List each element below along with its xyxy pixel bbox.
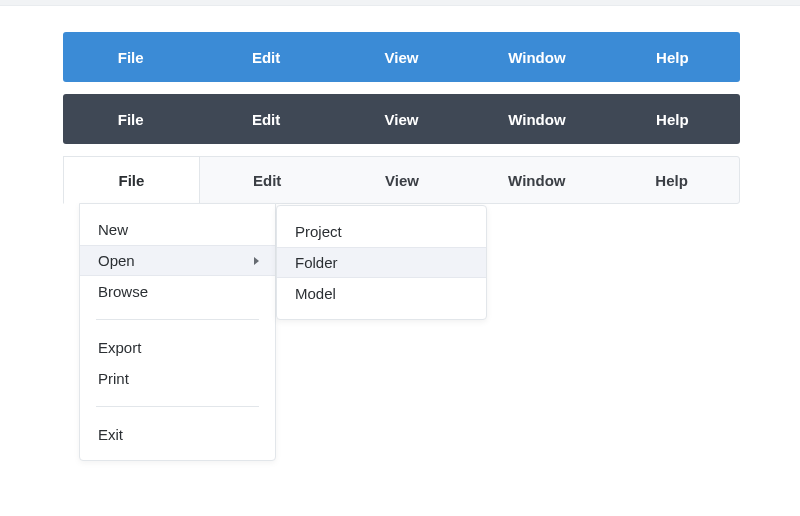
- open-submenu: Project Folder Model: [276, 205, 487, 320]
- open-submenu-project[interactable]: Project: [277, 216, 486, 247]
- file-dropdown-browse[interactable]: Browse: [80, 276, 275, 307]
- menubar-dark-help[interactable]: Help: [605, 94, 740, 144]
- open-submenu-folder[interactable]: Folder: [277, 247, 486, 278]
- menubar-light: File Edit View Window Help New Open Brow…: [63, 156, 740, 204]
- menubar-primary-window[interactable]: Window: [469, 32, 604, 82]
- file-dropdown: New Open Browse Export Print Exit: [79, 203, 276, 461]
- menubar-primary-edit[interactable]: Edit: [198, 32, 333, 82]
- file-dropdown-browse-label: Browse: [98, 283, 148, 300]
- file-dropdown-export[interactable]: Export: [80, 332, 275, 363]
- file-dropdown-open-label: Open: [98, 252, 135, 269]
- menubar-light-help[interactable]: Help: [604, 157, 739, 203]
- file-dropdown-print[interactable]: Print: [80, 363, 275, 394]
- menubar-dark-file[interactable]: File: [63, 94, 198, 144]
- file-dropdown-print-label: Print: [98, 370, 129, 387]
- chevron-right-icon: [254, 257, 259, 265]
- menubar-dark: File Edit View Window Help: [63, 94, 740, 144]
- menubar-primary-help[interactable]: Help: [605, 32, 740, 82]
- menubar-dark-edit[interactable]: Edit: [198, 94, 333, 144]
- file-dropdown-exit[interactable]: Exit: [80, 419, 275, 450]
- menubar-light-file[interactable]: File: [63, 156, 200, 204]
- menubar-light-window[interactable]: Window: [469, 157, 604, 203]
- file-dropdown-export-label: Export: [98, 339, 141, 356]
- open-submenu-model[interactable]: Model: [277, 278, 486, 309]
- demo-container: File Edit View Window Help File Edit Vie…: [0, 6, 800, 204]
- file-dropdown-exit-label: Exit: [98, 426, 123, 443]
- menubar-dark-window[interactable]: Window: [469, 94, 604, 144]
- menubar-primary-file[interactable]: File: [63, 32, 198, 82]
- file-dropdown-new[interactable]: New: [80, 214, 275, 245]
- menubar-primary: File Edit View Window Help: [63, 32, 740, 82]
- file-dropdown-open[interactable]: Open: [80, 245, 275, 276]
- menubar-light-edit[interactable]: Edit: [200, 157, 335, 203]
- file-dropdown-new-label: New: [98, 221, 128, 238]
- dropdown-separator: [96, 406, 259, 407]
- menubar-dark-view[interactable]: View: [334, 94, 469, 144]
- menubar-primary-view[interactable]: View: [334, 32, 469, 82]
- menubar-light-view[interactable]: View: [335, 157, 470, 203]
- dropdown-separator: [96, 319, 259, 320]
